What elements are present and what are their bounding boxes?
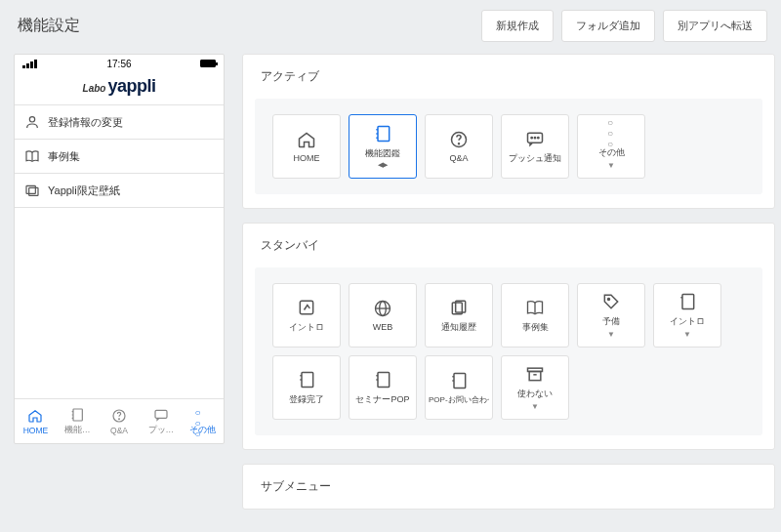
card-intro[interactable]: イントロ xyxy=(272,283,341,348)
gallery-icon xyxy=(24,183,40,198)
person-icon xyxy=(24,114,40,130)
svg-rect-29 xyxy=(682,295,694,309)
card-pop-contact[interactable]: POP-お問い合わせ xyxy=(425,355,493,420)
tag-icon xyxy=(601,292,621,311)
card-label: 登録完了 xyxy=(289,393,324,406)
notebook-icon xyxy=(373,124,392,143)
chevron-down-icon: ▼ xyxy=(683,330,691,339)
card-label: POP-お問い合わせ xyxy=(429,394,489,405)
section-standby: スタンバイ イントロ WEB 通知履歴 事例集 xyxy=(242,223,775,450)
phone-time: 17:56 xyxy=(106,59,131,69)
notebook-icon xyxy=(69,407,85,423)
card-label: イントロ xyxy=(670,315,705,328)
notebook-icon xyxy=(678,292,697,311)
card-history[interactable]: 通知履歴 xyxy=(425,283,493,348)
card-intro2[interactable]: イントロ ▼ xyxy=(653,283,721,348)
card-web[interactable]: WEB xyxy=(349,283,417,348)
card-label: 機能図鑑 xyxy=(365,147,400,160)
card-label: 事例集 xyxy=(522,321,549,334)
add-folder-button[interactable]: フォルダ追加 xyxy=(561,10,655,42)
phone-menu-label: 事例集 xyxy=(48,149,80,164)
signal-icon xyxy=(22,60,37,68)
section-title: スタンバイ xyxy=(243,224,774,267)
phone-menu-label: Yappli限定壁紙 xyxy=(48,184,120,198)
card-spare[interactable]: 予備 ▼ xyxy=(577,283,645,348)
tab-qa[interactable]: Q&A xyxy=(99,399,141,443)
house-icon xyxy=(297,130,316,149)
card-label: セミナーPOP xyxy=(355,393,409,406)
card-sub: ◀▶ xyxy=(378,161,388,169)
phone-brand: Laboyappli xyxy=(15,72,224,105)
notebook-icon xyxy=(373,370,392,389)
globe-icon xyxy=(373,299,392,318)
card-label: イントロ xyxy=(289,321,324,334)
layers-icon xyxy=(449,298,469,317)
question-icon xyxy=(111,408,127,424)
phone-menu-item[interactable]: 登録情報の変更 xyxy=(15,105,224,140)
chat-icon xyxy=(153,407,169,423)
chevron-down-icon: ▼ xyxy=(607,161,615,170)
svg-rect-10 xyxy=(155,410,167,418)
card-label: HOME xyxy=(294,153,320,163)
tab-label: 機能… xyxy=(64,425,91,436)
card-label: プッシュ通知 xyxy=(509,152,561,165)
card-unused[interactable]: 使わない ▼ xyxy=(501,355,569,420)
phone-menu: 登録情報の変更 事例集 Yappli限定壁紙 xyxy=(15,105,224,208)
brand-prefix: Labo xyxy=(83,83,106,94)
section-active: アクティブ HOME 機能図鑑 ◀▶ Q&A プッシュ通知 xyxy=(242,54,775,209)
svg-point-19 xyxy=(534,137,535,138)
card-qa[interactable]: Q&A xyxy=(425,114,493,179)
svg-point-18 xyxy=(531,137,532,138)
card-label: 予備 xyxy=(602,315,620,328)
tab-features[interactable]: 機能… xyxy=(57,399,99,443)
brand-name: yappli xyxy=(107,76,155,96)
card-register-done[interactable]: 登録完了 xyxy=(272,355,341,420)
svg-point-28 xyxy=(608,299,610,301)
card-features[interactable]: 機能図鑑 ◀▶ xyxy=(349,114,417,179)
notebook-icon xyxy=(449,371,469,390)
svg-rect-2 xyxy=(26,185,35,193)
card-label: WEB xyxy=(373,322,393,332)
tab-home[interactable]: HOME xyxy=(15,399,57,443)
tab-push[interactable]: プッ… xyxy=(140,399,182,443)
book-icon xyxy=(24,148,40,164)
chat-icon xyxy=(525,129,545,148)
tab-other[interactable]: ○ ○ ○ その他 xyxy=(182,399,224,443)
book-icon xyxy=(525,298,545,317)
card-label: その他 xyxy=(598,146,625,159)
phone-menu-item[interactable]: 事例集 xyxy=(15,140,224,174)
tab-label: Q&A xyxy=(110,426,128,435)
svg-point-20 xyxy=(538,137,539,138)
phone-tabbar: HOME 機能… Q&A プッ… ○ ○ ○ その他 xyxy=(15,398,224,443)
phone-preview: 17:56 Laboyappli 登録情報の変更 事例集 Yappli限定壁紙 xyxy=(14,54,225,444)
question-icon xyxy=(449,130,469,149)
card-seminar-pop[interactable]: セミナーPOP xyxy=(349,355,417,420)
card-other[interactable]: ○ ○ ○ その他 ▼ xyxy=(577,114,645,179)
svg-point-0 xyxy=(29,117,34,122)
tab-label: プッ… xyxy=(148,425,175,436)
section-title: アクティブ xyxy=(243,55,774,99)
phone-menu-label: 登録情報の変更 xyxy=(48,115,123,130)
svg-rect-31 xyxy=(302,372,313,387)
battery-icon xyxy=(200,60,216,67)
card-push[interactable]: プッシュ通知 xyxy=(501,114,569,179)
section-body: HOME 機能図鑑 ◀▶ Q&A プッシュ通知 ○ ○ ○ その他 xyxy=(255,99,762,194)
card-cases[interactable]: 事例集 xyxy=(501,283,569,348)
svg-rect-41 xyxy=(529,372,541,381)
transfer-button[interactable]: 別アプリへ転送 xyxy=(663,10,767,42)
phone-menu-item[interactable]: Yappli限定壁紙 xyxy=(15,174,224,208)
svg-rect-11 xyxy=(378,127,390,142)
notebook-icon xyxy=(297,370,316,389)
svg-point-9 xyxy=(119,418,120,419)
svg-rect-4 xyxy=(73,409,82,421)
svg-rect-37 xyxy=(454,373,466,388)
card-label: Q&A xyxy=(449,153,468,163)
arrow-up-icon xyxy=(297,298,316,317)
page-title: 機能設定 xyxy=(18,16,80,36)
archive-icon xyxy=(525,364,545,384)
new-button[interactable]: 新規作成 xyxy=(481,10,554,42)
tab-label: HOME xyxy=(23,426,49,435)
chevron-down-icon: ▼ xyxy=(531,402,539,411)
card-home[interactable]: HOME xyxy=(272,114,341,179)
svg-rect-34 xyxy=(378,372,390,387)
